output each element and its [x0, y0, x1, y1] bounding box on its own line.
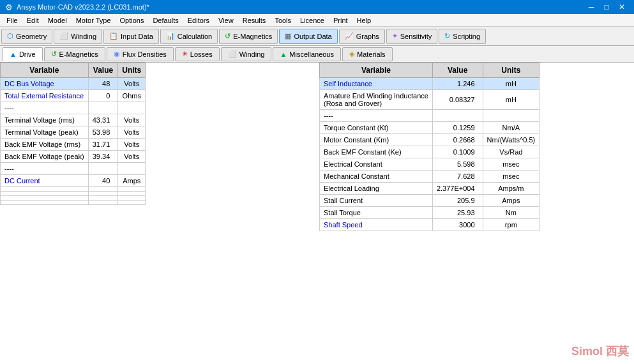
right-row-units: msec: [483, 158, 540, 171]
right-row-value: [432, 110, 483, 122]
right-col-value: Value: [432, 63, 483, 78]
table-row: Stall Current205.9Amps: [320, 195, 540, 207]
winding-sub-icon: ⬜: [228, 50, 237, 58]
tab-sensitivity[interactable]: ✦ Sensitivity: [386, 29, 438, 44]
sub-tab-bar: ▲ Drive ↺ E-Magnetics ◉ Flux Densities ✳…: [0, 46, 634, 63]
table-row: Terminal Voltage (rms)43.31Volts: [1, 114, 146, 126]
subtab-drive[interactable]: ▲ Drive: [3, 47, 43, 61]
title-bar: ⚙ Ansys Motor-CAD v2023.2.2 (LC031.mot)*…: [0, 0, 634, 14]
calculation-icon: 📊: [166, 32, 175, 40]
graphs-icon: 📈: [345, 32, 354, 40]
table-row: Motor Constant (Km)0.2668Nm/(Watts^0.5): [320, 134, 540, 146]
table-row: [1, 192, 146, 196]
drive-icon: ▲: [10, 50, 17, 58]
left-row-value: 31.71: [88, 139, 118, 151]
right-row-variable: Torque Constant (Kt): [320, 122, 433, 134]
table-row: Stall Torque25.93Nm: [320, 207, 540, 219]
menu-file[interactable]: File: [3, 16, 22, 25]
left-row-units: Amps: [118, 175, 146, 187]
left-row-variable: Total External Resistance: [1, 90, 89, 102]
left-row-variable: Terminal Voltage (peak): [1, 126, 89, 139]
left-table-container: Variable Value Units DC Bus Voltage48Vol…: [0, 63, 319, 364]
left-row-value: [88, 192, 118, 196]
emagnetics-icon: ↺: [225, 32, 230, 40]
tab-outputdata[interactable]: ▦ Output Data: [279, 29, 337, 44]
menu-editors[interactable]: Editors: [184, 16, 213, 25]
right-row-value: 25.93: [432, 207, 483, 219]
subtab-winding[interactable]: ⬜ Winding: [221, 47, 272, 61]
left-row-units: [118, 196, 146, 201]
left-row-variable: DC Current: [1, 175, 89, 187]
tab-emagnetics-label: E-Magnetics: [233, 33, 272, 40]
right-row-value: 0.1259: [432, 122, 483, 134]
left-row-variable: [1, 196, 89, 201]
left-row-variable: Terminal Voltage (rms): [1, 114, 89, 126]
menu-tools[interactable]: Tools: [271, 16, 295, 25]
tab-inputdata-label: Input Data: [121, 33, 153, 40]
tab-winding[interactable]: ⬜ Winding: [54, 29, 102, 44]
subtab-materials[interactable]: ◈ Materials: [342, 47, 393, 61]
right-row-value: 7.628: [432, 171, 483, 183]
left-row-variable: DC Bus Voltage: [1, 78, 89, 90]
close-button[interactable]: ✕: [615, 0, 629, 14]
left-row-units: [118, 201, 146, 205]
menu-motortype[interactable]: Motor Type: [72, 16, 115, 25]
right-row-value: 0.2668: [432, 134, 483, 146]
menu-options[interactable]: Options: [116, 16, 148, 25]
menu-results[interactable]: Results: [239, 16, 270, 25]
subtab-fluxdensities[interactable]: ◉ Flux Densities: [107, 47, 174, 61]
app-icon: ⚙: [5, 3, 13, 12]
table-row: Self Inductance1.246mH: [320, 78, 540, 90]
left-row-value: 0: [88, 90, 118, 102]
losses-icon: ✳: [182, 50, 188, 58]
subtab-miscellaneous[interactable]: ▲ Miscellaneous: [273, 47, 341, 61]
left-row-variable: [1, 187, 89, 192]
tab-emagnetics[interactable]: ↺ E-Magnetics: [219, 29, 278, 44]
table-row: Total External Resistance0Ohms: [1, 90, 146, 102]
table-row: DC Current40Amps: [1, 175, 146, 187]
left-row-value: [88, 102, 118, 114]
table-row: [1, 201, 146, 205]
toolbar: ⬡ Geometry ⬜ Winding 📋 Input Data 📊 Calc…: [0, 27, 634, 46]
menu-view[interactable]: View: [215, 16, 238, 25]
geometry-icon: ⬡: [7, 32, 13, 40]
left-data-table: Variable Value Units DC Bus Voltage48Vol…: [0, 63, 146, 205]
table-row: [1, 196, 146, 201]
right-row-units: mH: [483, 90, 540, 110]
menu-edit[interactable]: Edit: [23, 16, 43, 25]
tab-geometry[interactable]: ⬡ Geometry: [1, 29, 52, 44]
table-row: ----: [1, 163, 146, 175]
right-row-variable: Stall Torque: [320, 207, 433, 219]
left-col-value: Value: [88, 63, 118, 78]
menu-help[interactable]: Help: [353, 16, 375, 25]
minimize-button[interactable]: ─: [584, 0, 598, 14]
menu-print[interactable]: Print: [329, 16, 352, 25]
restore-button[interactable]: □: [600, 0, 614, 14]
tab-calculation[interactable]: 📊 Calculation: [160, 29, 218, 44]
right-row-value: 2.377E+004: [432, 183, 483, 195]
right-row-value: 3000: [432, 219, 483, 231]
menu-defaults[interactable]: Defaults: [149, 16, 182, 25]
left-row-variable: [1, 192, 89, 196]
table-row: Electrical Loading2.377E+004Amps/m: [320, 183, 540, 195]
right-data-table: Variable Value Units Self Inductance1.24…: [319, 63, 540, 231]
table-row: Amature End Winding Inductance(Rosa and …: [320, 90, 540, 110]
right-row-value: 0.08327: [432, 90, 483, 110]
left-row-units: Volts: [118, 114, 146, 126]
right-row-units: Vs/Rad: [483, 146, 540, 158]
outputdata-icon: ▦: [285, 32, 291, 40]
menu-licence[interactable]: Licence: [296, 16, 328, 25]
tab-scripting[interactable]: ↻ Scripting: [439, 29, 486, 44]
inputdata-icon: 📋: [109, 32, 118, 40]
left-row-value: 43.31: [88, 114, 118, 126]
tab-graphs[interactable]: 📈 Graphs: [339, 29, 385, 44]
subtab-losses[interactable]: ✳ Losses: [175, 47, 220, 61]
menu-model[interactable]: Model: [44, 16, 71, 25]
subtab-emagnetics[interactable]: ↺ E-Magnetics: [44, 47, 105, 61]
right-row-units: rpm: [483, 219, 540, 231]
emag-sub-icon: ↺: [51, 50, 57, 58]
right-row-variable: Back EMF Constant (Ke): [320, 146, 433, 158]
tab-calculation-label: Calculation: [177, 33, 212, 40]
table-row: Mechanical Constant7.628msec: [320, 171, 540, 183]
tab-inputdata[interactable]: 📋 Input Data: [103, 29, 159, 44]
